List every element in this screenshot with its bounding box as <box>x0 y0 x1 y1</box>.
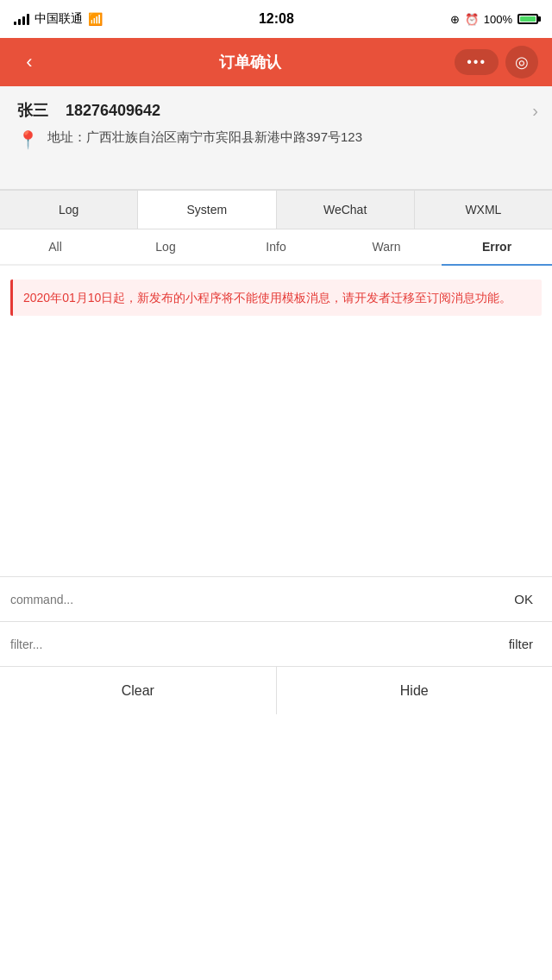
command-row: OK <box>0 576 552 621</box>
status-bar: 中国联通 📶 12:08 ⊕ ⏰ 100% <box>0 0 552 38</box>
filter-row: filter <box>0 621 552 666</box>
level-tab-error[interactable]: Error <box>442 229 552 264</box>
camera-button[interactable]: ◎ <box>505 46 538 79</box>
tab-wxml[interactable]: WXML <box>415 191 552 229</box>
tab-system[interactable]: System <box>138 191 276 229</box>
tab-wechat[interactable]: WeChat <box>277 191 415 229</box>
battery-percent: 100% <box>484 13 512 26</box>
wifi-icon: 📶 <box>88 12 103 26</box>
battery-icon <box>518 14 538 24</box>
hide-button[interactable]: Hide <box>277 667 553 714</box>
command-input[interactable] <box>10 593 505 606</box>
signal-icon <box>14 13 29 25</box>
level-tab-info[interactable]: Info <box>221 229 331 264</box>
page-title: 订单确认 <box>219 52 281 72</box>
log-content: 2020年01月10日起，新发布的小程序将不能使用模板消息，请开发者迁移至订阅消… <box>0 266 552 576</box>
status-left: 中国联通 📶 <box>14 11 103 27</box>
contact-phone: 18276409642 <box>66 102 160 119</box>
level-tab-log[interactable]: Log <box>110 229 221 264</box>
filter-input[interactable] <box>10 638 500 651</box>
panel-tabs: Log System WeChat WXML <box>0 191 552 229</box>
clear-button[interactable]: Clear <box>0 667 277 714</box>
contact-name: 张三 <box>17 102 48 119</box>
back-icon: ‹ <box>26 51 32 73</box>
ok-button[interactable]: OK <box>505 587 542 612</box>
camera-icon: ◎ <box>515 53 529 72</box>
back-button[interactable]: ‹ <box>14 47 45 78</box>
more-button[interactable]: ••• <box>455 49 499 75</box>
carrier-label: 中国联通 <box>34 11 83 27</box>
debug-panel: Log System WeChat WXML All Log Info Warn… <box>0 190 552 714</box>
battery-fill <box>520 16 536 22</box>
location-icon: 📍 <box>17 129 39 150</box>
address-text: 地址：广西壮族自治区南宁市宾阳县新港中路397号123 <box>47 128 362 148</box>
app-header: ‹ 订单确认 ••• ◎ <box>0 38 552 86</box>
level-tabs: All Log Info Warn Error <box>0 229 552 266</box>
contact-info: 张三 18276409642 <box>17 100 160 121</box>
address-row: 📍 地址：广西壮族自治区南宁市宾阳县新港中路397号123 <box>17 128 538 150</box>
contact-row: 张三 18276409642 › <box>17 100 538 121</box>
error-text: 2020年01月10日起，新发布的小程序将不能使用模板消息，请开发者迁移至订阅消… <box>23 288 531 307</box>
header-actions: ••• ◎ <box>455 46 538 79</box>
bottom-bar: Clear Hide <box>0 666 552 714</box>
error-message: 2020年01月10日起，新发布的小程序将不能使用模板消息，请开发者迁移至订阅消… <box>10 280 542 316</box>
location-status-icon: ⊕ <box>450 13 460 26</box>
level-tab-all[interactable]: All <box>0 229 110 264</box>
tab-log[interactable]: Log <box>0 191 138 229</box>
status-right: ⊕ ⏰ 100% <box>450 13 538 26</box>
status-time: 12:08 <box>259 11 294 27</box>
filter-button[interactable]: filter <box>500 631 542 656</box>
alarm-icon: ⏰ <box>465 13 479 26</box>
level-tab-warn[interactable]: Warn <box>331 229 442 264</box>
chevron-right-icon: › <box>532 101 538 121</box>
content-preview: 张三 18276409642 › 📍 地址：广西壮族自治区南宁市宾阳县新港中路3… <box>0 86 552 190</box>
